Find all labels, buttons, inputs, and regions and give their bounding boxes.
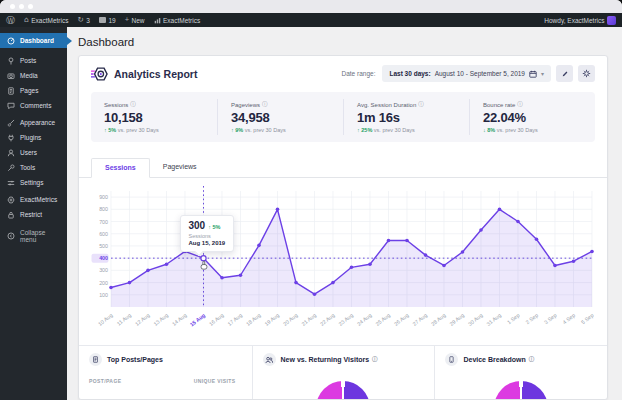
- info-icon[interactable]: ⓘ: [262, 101, 268, 108]
- calendar-icon: [529, 70, 537, 78]
- stat-value: 34,958: [231, 110, 330, 125]
- analytics-report-card: Analytics Report Date range: Last 30 day…: [78, 55, 608, 400]
- svg-text:27 Aug: 27 Aug: [411, 312, 428, 327]
- info-icon[interactable]: ⓘ: [418, 101, 424, 108]
- sidebar-item-label: Appearance: [20, 119, 55, 126]
- svg-text:16 Aug: 16 Aug: [208, 312, 225, 327]
- column-header-unique-visits: UNIQUE VISITS: [194, 378, 236, 384]
- sidebar-item-settings[interactable]: Settings: [0, 175, 67, 190]
- svg-text:4 Sep: 4 Sep: [562, 312, 577, 325]
- date-range-selector[interactable]: Last 30 days: August 10 - September 5, 2…: [382, 65, 551, 82]
- admin-content: Dashboard Analytics Report: [67, 27, 622, 400]
- sidebar-item-comments[interactable]: Comments: [0, 98, 67, 113]
- lock-icon: [7, 211, 15, 219]
- stat-delta: ↑ 25% vs. prev 30 Days: [357, 127, 456, 133]
- sidebar-item-label: Pages: [20, 87, 38, 94]
- dashboard-icon: [7, 37, 15, 45]
- stat-bounce-rate: Bounce rateⓘ 22.04% ↓ 8% vs. prev 30 Day…: [469, 99, 595, 135]
- stat-delta: ↓ 8% vs. prev 30 Days: [483, 127, 582, 133]
- visitors-pie-chart[interactable]: [316, 381, 370, 399]
- page-title: Dashboard: [78, 27, 608, 48]
- stat-pageviews: Pageviewsⓘ 34,958 ↑ 9% vs. prev 30 Days: [217, 99, 343, 135]
- home-icon: ⌂: [24, 16, 29, 24]
- exactmetrics-icon: [7, 196, 15, 204]
- svg-text:700: 700: [99, 219, 108, 225]
- comments-menu[interactable]: 19: [99, 17, 116, 24]
- gear-icon: [582, 69, 591, 78]
- info-icon[interactable]: ⓘ: [372, 356, 378, 363]
- info-icon[interactable]: ⓘ: [517, 101, 523, 108]
- bar-chart-icon: [154, 17, 161, 24]
- sidebar-item-label: Settings: [20, 179, 44, 186]
- svg-text:12 Aug: 12 Aug: [134, 312, 151, 327]
- info-icon[interactable]: ⓘ: [130, 101, 136, 108]
- user-avatar: [607, 16, 616, 25]
- widget-title: Device Breakdown ⓘ: [463, 356, 534, 363]
- exactmetrics-logo: [91, 66, 108, 82]
- tooltip-delta: ↑ 5%: [208, 224, 220, 230]
- site-name-menu[interactable]: ⌂ ExactMetrics: [24, 16, 68, 24]
- sidebar-item-restrict[interactable]: Restrict: [0, 207, 67, 222]
- exactmetrics-label: ExactMetrics: [163, 17, 200, 24]
- tab-sessions[interactable]: Sessions: [91, 158, 150, 178]
- svg-text:29 Aug: 29 Aug: [448, 312, 465, 327]
- sessions-line-chart[interactable]: 10020030040050060070080090010 Aug11 Aug1…: [91, 183, 597, 341]
- sidebar-item-appearance[interactable]: Appearance: [0, 115, 67, 130]
- svg-text:10 Aug: 10 Aug: [97, 312, 114, 327]
- device-icon: [445, 353, 458, 366]
- info-icon[interactable]: ⓘ: [529, 356, 535, 363]
- svg-text:24 Aug: 24 Aug: [356, 312, 373, 327]
- people-icon: [263, 353, 276, 366]
- sidebar-item-plugins[interactable]: Plugins: [0, 130, 67, 145]
- wp-sidebar-menu: Dashboard Posts Media Pages Comments: [0, 27, 67, 400]
- window-control-dot[interactable]: [10, 4, 15, 9]
- window-control-dot[interactable]: [19, 4, 24, 9]
- sidebar-item-label: Comments: [20, 102, 51, 109]
- howdy-label: Howdy, ExactMetrics: [544, 17, 604, 24]
- svg-text:100: 100: [99, 292, 108, 298]
- svg-text:18 Aug: 18 Aug: [245, 312, 262, 327]
- new-label: New: [132, 17, 145, 24]
- svg-text:400: 400: [99, 255, 108, 261]
- svg-text:17 Aug: 17 Aug: [226, 312, 243, 327]
- window-control-dot[interactable]: [28, 4, 33, 9]
- sidebar-item-tools[interactable]: Tools: [0, 160, 67, 175]
- svg-text:1 Sep: 1 Sep: [506, 312, 521, 325]
- plus-icon: +: [125, 16, 129, 24]
- svg-text:200: 200: [99, 280, 108, 286]
- device-pie-chart[interactable]: [494, 381, 548, 399]
- updates-menu[interactable]: ↻ 3: [77, 16, 89, 24]
- sidebar-item-media[interactable]: Media: [0, 68, 67, 83]
- howdy-account-menu[interactable]: Howdy, ExactMetrics: [544, 16, 616, 25]
- svg-text:28 Aug: 28 Aug: [430, 312, 447, 327]
- sidebar-item-posts[interactable]: Posts: [0, 53, 67, 68]
- exactmetrics-adminbar-menu[interactable]: ExactMetrics: [154, 17, 201, 24]
- browser-titlebar: [0, 0, 622, 13]
- svg-text:23 Aug: 23 Aug: [337, 312, 354, 327]
- tab-pageviews[interactable]: Pageviews: [150, 158, 210, 177]
- report-settings-button[interactable]: [578, 65, 595, 82]
- edit-report-button[interactable]: [556, 65, 573, 82]
- svg-text:5 Sep: 5 Sep: [580, 312, 595, 325]
- device-breakdown-card: Device Breakdown ⓘ: [434, 346, 607, 399]
- sidebar-item-collapse-menu[interactable]: Collapse menu: [0, 225, 67, 246]
- svg-text:300: 300: [99, 267, 108, 273]
- overview-stats: Sessionsⓘ 10,158 ↑ 5% vs. prev 30 Days P…: [91, 92, 595, 142]
- sidebar-item-users[interactable]: Users: [0, 145, 67, 160]
- pencil-icon: [561, 70, 569, 78]
- active-item-caret: [67, 37, 72, 45]
- wp-logo-menu[interactable]: Ⓦ: [6, 16, 15, 25]
- stat-value: 10,158: [104, 110, 204, 125]
- sidebar-item-exactmetrics[interactable]: ExactMetrics: [0, 192, 67, 207]
- svg-text:25 Aug: 25 Aug: [374, 312, 391, 327]
- users-icon: [7, 149, 15, 157]
- new-content-menu[interactable]: + New: [125, 16, 145, 24]
- sidebar-item-dashboard[interactable]: Dashboard: [0, 33, 67, 48]
- svg-text:15 Aug: 15 Aug: [189, 312, 206, 327]
- widget-title: Top Posts/Pages: [107, 356, 163, 363]
- sidebar-item-pages[interactable]: Pages: [0, 83, 67, 98]
- svg-text:600: 600: [99, 231, 108, 237]
- appearance-icon: [7, 119, 15, 127]
- svg-text:500: 500: [99, 243, 108, 249]
- svg-text:3 Sep: 3 Sep: [543, 312, 558, 325]
